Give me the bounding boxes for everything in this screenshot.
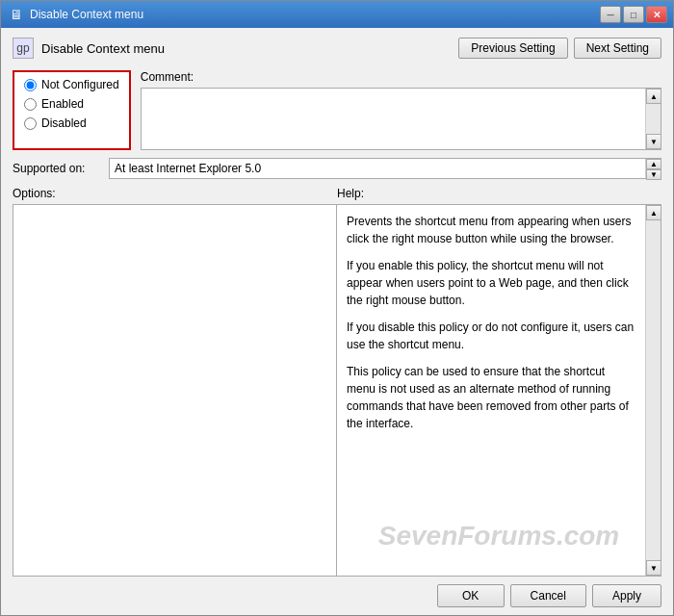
supported-scroll-up[interactable]: ▲ bbox=[646, 159, 661, 169]
supported-scrollbar[interactable]: ▲ ▼ bbox=[645, 159, 661, 178]
title-bar: 🖥 Disable Context menu ─ □ ✕ bbox=[1, 1, 673, 28]
comment-label: Comment: bbox=[141, 70, 661, 84]
close-button[interactable]: ✕ bbox=[646, 6, 667, 23]
options-help-header: Options: Help: bbox=[13, 187, 661, 200]
apply-button[interactable]: Apply bbox=[592, 584, 661, 607]
help-para-4: This policy can be used to ensure that t… bbox=[347, 363, 635, 432]
options-help-panels: Prevents the shortcut menu from appearin… bbox=[13, 204, 661, 577]
dialog-title-text: Disable Context menu bbox=[41, 41, 165, 56]
previous-setting-button[interactable]: Previous Setting bbox=[458, 38, 567, 59]
supported-scroll-down[interactable]: ▼ bbox=[646, 169, 661, 180]
window-title: Disable Context menu bbox=[30, 8, 143, 21]
radio-enabled[interactable]: Enabled bbox=[24, 97, 119, 111]
supported-row: Supported on: At least Internet Explorer… bbox=[13, 158, 661, 179]
next-setting-button[interactable]: Next Setting bbox=[574, 38, 661, 59]
help-para-2: If you enable this policy, the shortcut … bbox=[347, 257, 635, 309]
radio-disabled-input[interactable] bbox=[24, 117, 37, 130]
supported-label: Supported on: bbox=[13, 162, 109, 175]
dialog-content: gp Disable Context menu Previous Setting… bbox=[1, 28, 673, 615]
comment-section: Comment: ▲ ▼ bbox=[141, 70, 661, 150]
window-icon: 🖥 bbox=[9, 7, 24, 22]
dialog-header: gp Disable Context menu Previous Setting… bbox=[13, 38, 661, 59]
dialog-icon: gp bbox=[13, 38, 34, 59]
supported-value-container: At least Internet Explorer 5.0 ▲ ▼ bbox=[109, 158, 661, 179]
radio-disabled-label: Disabled bbox=[41, 116, 87, 130]
help-para-3: If you disable this policy or do not con… bbox=[347, 319, 635, 353]
radio-not-configured[interactable]: Not Configured bbox=[24, 78, 119, 91]
maximize-button[interactable]: □ bbox=[623, 6, 644, 23]
radio-enabled-input[interactable] bbox=[24, 98, 37, 111]
comment-scroll-up[interactable]: ▲ bbox=[646, 89, 661, 104]
title-bar-left: 🖥 Disable Context menu bbox=[9, 7, 143, 22]
help-scroll-up[interactable]: ▲ bbox=[646, 205, 661, 220]
radio-panel: Not Configured Enabled Disabled bbox=[13, 70, 131, 150]
title-bar-controls: ─ □ ✕ bbox=[600, 6, 667, 23]
help-text-content: Prevents the shortcut menu from appearin… bbox=[337, 205, 645, 576]
bottom-buttons: OK Cancel Apply bbox=[13, 584, 661, 607]
dialog-title-row: gp Disable Context menu bbox=[13, 38, 165, 59]
help-para-1: Prevents the shortcut menu from appearin… bbox=[347, 213, 635, 247]
main-window: 🖥 Disable Context menu ─ □ ✕ gp Disable … bbox=[0, 0, 674, 616]
options-label: Options: bbox=[13, 187, 337, 200]
nav-buttons: Previous Setting Next Setting bbox=[458, 38, 661, 59]
comment-scrollbar[interactable]: ▲ ▼ bbox=[645, 89, 661, 149]
minimize-button[interactable]: ─ bbox=[600, 6, 621, 23]
supported-value: At least Internet Explorer 5.0 bbox=[115, 162, 261, 175]
ok-button[interactable]: OK bbox=[437, 584, 505, 607]
comment-box: ▲ ▼ bbox=[141, 88, 661, 150]
help-panel: Prevents the shortcut menu from appearin… bbox=[337, 204, 661, 577]
radio-disabled[interactable]: Disabled bbox=[24, 116, 119, 130]
help-scrollbar[interactable]: ▲ ▼ bbox=[645, 205, 661, 576]
radio-enabled-label: Enabled bbox=[41, 97, 84, 111]
help-label: Help: bbox=[337, 187, 661, 200]
watermark: SevenForums.com bbox=[378, 516, 620, 556]
options-panel bbox=[13, 204, 337, 577]
help-scroll-down[interactable]: ▼ bbox=[646, 560, 661, 576]
radio-not-configured-label: Not Configured bbox=[41, 78, 119, 91]
cancel-button[interactable]: Cancel bbox=[510, 584, 586, 607]
middle-section: Not Configured Enabled Disabled Comment:… bbox=[13, 70, 661, 150]
comment-scroll-down[interactable]: ▼ bbox=[646, 134, 661, 149]
radio-not-configured-input[interactable] bbox=[24, 79, 37, 91]
